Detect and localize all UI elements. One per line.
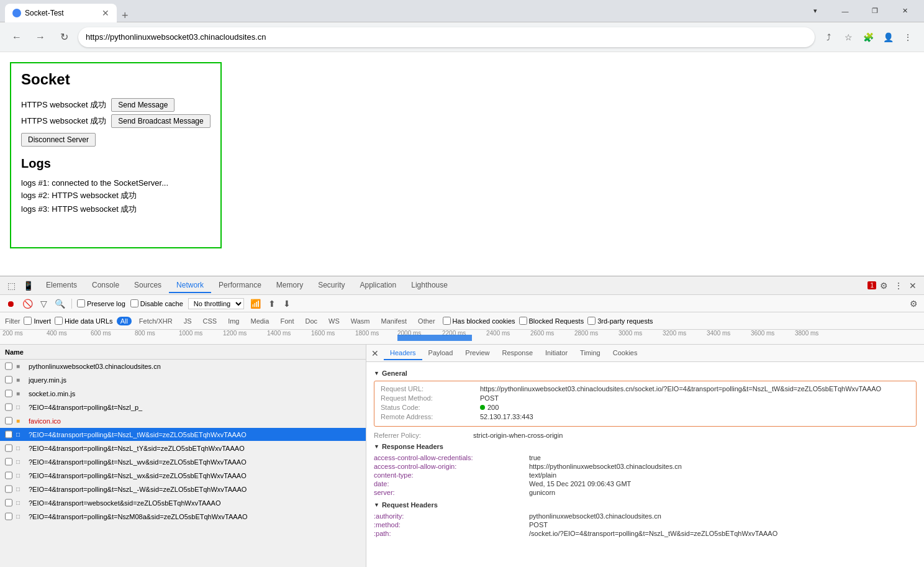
req-check-4[interactable] [5, 417, 12, 425]
blocked-cookies-label[interactable]: Has blocked cookies [443, 317, 515, 325]
network-settings-btn[interactable]: ⚙ [908, 297, 919, 310]
hide-data-urls-label[interactable]: Hide data URLs [55, 317, 113, 325]
send-message-btn[interactable]: Send Message [111, 98, 174, 112]
blocked-requests-checkbox[interactable] [519, 317, 527, 325]
search-btn[interactable]: 🔍 [53, 297, 66, 310]
request-item-1[interactable]: ■ jquery.min.js [0, 373, 366, 387]
request-item-6[interactable]: □ ?EIO=4&transport=polling&t=NszL_tY&sid… [0, 442, 366, 455]
tab-application[interactable]: Application [353, 278, 404, 293]
invert-label[interactable]: Invert [24, 317, 51, 325]
clear-btn[interactable]: 🚫 [21, 297, 34, 310]
send-broadcast-btn[interactable]: Send Broadcast Message [111, 114, 210, 128]
type-media-btn[interactable]: Media [247, 317, 273, 325]
type-manifest-btn[interactable]: Manifest [378, 317, 411, 325]
request-headers-section[interactable]: Request Headers [374, 501, 917, 509]
req-check-6[interactable] [5, 444, 12, 452]
request-item-9[interactable]: □ ?EIO=4&transport=polling&t=NszL_-W&sid… [0, 483, 366, 496]
req-check-1[interactable] [5, 376, 12, 384]
req-check-5[interactable] [5, 430, 12, 438]
devtools-close-btn[interactable]: ✕ [907, 279, 919, 292]
hide-data-urls-checkbox[interactable] [55, 317, 63, 325]
request-item-8[interactable]: □ ?EIO=4&transport=polling&t=NszL_wx&sid… [0, 469, 366, 483]
type-fetch-btn[interactable]: Fetch/XHR [135, 317, 176, 325]
detail-tab-response[interactable]: Response [496, 347, 539, 360]
tab-lighthouse[interactable]: Lighthouse [404, 278, 455, 293]
menu-icon[interactable]: ⋮ [899, 29, 917, 46]
tab-memory[interactable]: Memory [269, 278, 310, 293]
maximize-btn[interactable]: ❐ [861, 0, 889, 22]
detail-close-btn[interactable]: ✕ [369, 348, 381, 358]
req-check-8[interactable] [5, 471, 12, 479]
tab-security[interactable]: Security [310, 278, 352, 293]
type-css-btn[interactable]: CSS [199, 317, 221, 325]
req-check-3[interactable] [5, 403, 12, 411]
url-input[interactable] [78, 27, 815, 47]
disable-cache-checkbox[interactable] [130, 299, 138, 307]
preserve-log-label[interactable]: Preserve log [77, 299, 125, 307]
req-check-11[interactable] [5, 512, 12, 520]
third-party-checkbox[interactable] [587, 317, 596, 325]
blocked-cookies-checkbox[interactable] [443, 317, 451, 325]
minimize-btn[interactable]: — [831, 0, 859, 22]
detail-tab-payload[interactable]: Payload [422, 347, 460, 360]
extension-icon[interactable]: 🧩 [859, 29, 877, 46]
detail-tab-preview[interactable]: Preview [459, 347, 496, 360]
type-img-btn[interactable]: Img [224, 317, 243, 325]
wifi-icon[interactable]: 📶 [249, 297, 262, 310]
invert-checkbox[interactable] [24, 317, 32, 325]
blocked-requests-label[interactable]: Blocked Requests [519, 317, 584, 325]
type-js-btn[interactable]: JS [180, 317, 196, 325]
tab-console[interactable]: Console [84, 278, 127, 293]
detail-tab-cookies[interactable]: Cookies [607, 347, 644, 360]
share-icon[interactable]: ⤴ [820, 29, 837, 46]
type-wasm-btn[interactable]: Wasm [347, 317, 374, 325]
tab-network[interactable]: Network [169, 278, 211, 293]
request-item-3[interactable]: □ ?EIO=4&transport=polling&t=Nszl_p_ [0, 401, 366, 414]
filter-btn[interactable]: ▽ [39, 297, 48, 310]
req-check-2[interactable] [5, 389, 12, 397]
preserve-log-checkbox[interactable] [77, 299, 85, 307]
detail-tab-timing[interactable]: Timing [574, 347, 607, 360]
reload-btn[interactable]: ↻ [55, 28, 73, 47]
request-item-4[interactable]: ■ favicon.ico [0, 414, 366, 428]
type-all-btn[interactable]: All [117, 317, 132, 325]
type-ws-btn[interactable]: WS [325, 317, 343, 325]
devtools-more-btn[interactable]: ⋮ [892, 279, 905, 292]
close-btn[interactable]: ✕ [890, 0, 919, 22]
tab-elements[interactable]: Elements [38, 278, 84, 293]
req-check-7[interactable] [5, 458, 12, 466]
detail-tab-initiator[interactable]: Initiator [539, 347, 574, 360]
request-item-0[interactable]: ■ pythonlinuxwebsocket03.chinacloudsites… [0, 360, 366, 373]
new-tab-btn[interactable]: + [117, 9, 134, 22]
req-check-10[interactable] [5, 499, 12, 507]
forward-btn[interactable]: → [31, 28, 50, 47]
tab-sources[interactable]: Sources [127, 278, 169, 293]
download-icon[interactable]: ⬇ [282, 297, 292, 310]
response-headers-section[interactable]: Response Headers [374, 443, 917, 450]
devtools-settings-btn[interactable]: ⚙ [877, 279, 890, 292]
type-font-btn[interactable]: Font [276, 317, 297, 325]
type-other-btn[interactable]: Other [414, 317, 439, 325]
req-check-9[interactable] [5, 485, 12, 493]
request-item-2[interactable]: ■ socket.io.min.js [0, 387, 366, 401]
request-item-7[interactable]: □ ?EIO=4&transport=polling&t=NszL_wv&sid… [0, 455, 366, 469]
disable-cache-label[interactable]: Disable cache [130, 299, 183, 307]
req-check-0[interactable] [5, 362, 12, 370]
request-item-10[interactable]: □ ?EIO=4&transport=websocket&sid=zeZLO5s… [0, 496, 366, 510]
devtools-device-btn[interactable]: 📱 [20, 279, 36, 292]
tab-close-btn[interactable]: ✕ [102, 9, 109, 17]
devtools-inspect-btn[interactable]: ⬚ [5, 279, 18, 292]
general-section-header[interactable]: General [374, 370, 917, 377]
request-item-11[interactable]: □ ?EIO=4&transport=polling&t=NszM08a&sid… [0, 510, 366, 524]
request-item-5[interactable]: □ ?EIO=4&transport=polling&t=NszL_tW&sid… [0, 428, 366, 442]
third-party-label[interactable]: 3rd-party requests [587, 317, 653, 325]
detail-tab-headers[interactable]: Headers [384, 347, 422, 360]
disconnect-btn[interactable]: Disconnect Server [21, 133, 96, 147]
type-doc-btn[interactable]: Doc [301, 317, 321, 325]
tab-list-btn[interactable]: ▾ [801, 0, 830, 22]
tab-performance[interactable]: Performance [211, 278, 269, 293]
back-btn[interactable]: ← [7, 28, 26, 47]
record-btn[interactable]: ⏺ [5, 297, 16, 310]
browser-tab[interactable]: Socket-Test ✕ [5, 4, 117, 22]
profile-icon[interactable]: 👤 [879, 29, 897, 46]
